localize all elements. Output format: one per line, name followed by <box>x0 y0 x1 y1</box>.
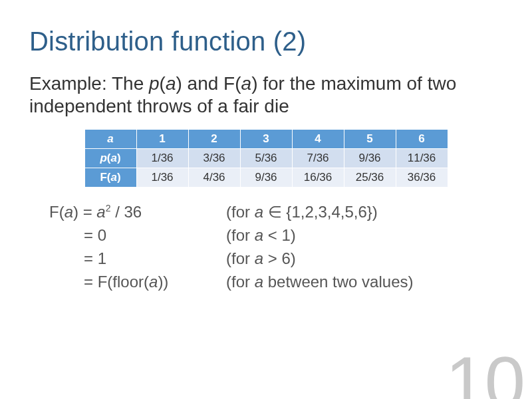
page-number: 10 <box>446 346 524 399</box>
row-label-a: a <box>110 152 116 164</box>
cell: 9/36 <box>344 149 396 168</box>
formula-line: = F(floor(a)) <box>84 271 202 294</box>
header-col: 5 <box>344 130 396 149</box>
formula-right-col: (for a ∈ {1,2,3,4,5,6}) (for a < 1) (for… <box>226 201 414 293</box>
formula-block: F(a) = a2 / 36 = 0 = 1 = F(floor(a)) (fo… <box>49 201 503 293</box>
formula-text: (for <box>226 249 255 267</box>
formula-text: (for <box>226 273 255 291</box>
row-label-close: ) <box>117 152 121 164</box>
formula-text: ) = <box>73 203 96 221</box>
formula-left-col: F(a) = a2 / 36 = 0 = 1 = F(floor(a)) <box>49 201 202 293</box>
cell: 9/36 <box>240 168 292 188</box>
cell: 16/36 <box>292 168 344 188</box>
cell: 36/36 <box>396 168 448 188</box>
cell: 7/36 <box>292 149 344 168</box>
formula-text: a <box>96 203 105 221</box>
cell: 5/36 <box>240 149 292 168</box>
row-label-close: ) <box>117 171 121 184</box>
formula-text: a <box>255 249 263 267</box>
subtitle-a2: a <box>241 73 252 94</box>
slide: Distribution function (2) Example: The p… <box>0 0 532 399</box>
cell: 11/36 <box>396 149 448 168</box>
subtitle-paren1: ( <box>160 73 166 94</box>
subtitle-p-it: p <box>149 73 160 94</box>
table-header-row: a 1 2 3 4 5 6 <box>84 130 448 149</box>
cell: 1/36 <box>136 149 188 168</box>
formula-text: (for <box>226 226 255 244</box>
formula-text: (for <box>226 203 255 221</box>
table-row: F(a) 1/36 4/36 9/36 16/36 25/36 36/36 <box>84 168 448 188</box>
formula-text: a <box>255 203 263 221</box>
formula-text: < 1) <box>263 226 296 244</box>
formula-text: between two values) <box>263 273 413 291</box>
header-col: 2 <box>188 130 240 149</box>
header-col: 6 <box>396 130 448 149</box>
formula-line: (for a > 6) <box>226 247 414 271</box>
cell: 4/36 <box>188 168 240 188</box>
row-label-pa: p(a) <box>84 149 136 168</box>
subtitle-paren2: ) and F( <box>176 73 241 94</box>
row-label-a: a <box>110 171 116 184</box>
formula-line: = 1 <box>84 247 202 271</box>
formula-line: = 0 <box>84 224 202 247</box>
formula-text: )) <box>158 273 168 291</box>
formula-text: a <box>65 203 73 221</box>
subtitle-a1: a <box>166 73 176 94</box>
slide-subtitle: Example: The p(a) and F(a) for the maxim… <box>29 72 503 117</box>
row-label-p: p <box>100 152 106 164</box>
formula-line: (for a < 1) <box>226 224 414 247</box>
header-col: 3 <box>240 130 292 149</box>
row-label-Fa: F(a) <box>84 168 136 188</box>
formula-text: F( <box>49 203 65 221</box>
cell: 1/36 <box>136 168 188 188</box>
formula-line: (for a ∈ {1,2,3,4,5,6}) <box>226 201 414 224</box>
cell: 25/36 <box>344 168 396 188</box>
formula-text: a <box>255 226 263 244</box>
formula-text: ∈ {1,2,3,4,5,6}) <box>263 203 378 221</box>
formula-text: = F(floor( <box>84 273 149 291</box>
formula-line: (for a between two values) <box>226 271 414 294</box>
formula-line: F(a) = a2 / 36 <box>49 201 202 224</box>
formula-text: > 6) <box>263 249 296 267</box>
row-label-F: F( <box>100 171 110 184</box>
formula-text: / 36 <box>111 203 142 221</box>
slide-title: Distribution function (2) <box>29 27 503 57</box>
table-row: p(a) 1/36 3/36 5/36 7/36 9/36 11/36 <box>84 149 448 168</box>
header-col: 1 <box>136 130 188 149</box>
header-col: 4 <box>292 130 344 149</box>
formula-text: a <box>255 273 263 291</box>
subtitle-text: Example: The <box>29 73 149 94</box>
distribution-table: a 1 2 3 4 5 6 p(a) 1/36 3/36 5/36 7/36 9… <box>84 129 448 188</box>
cell: 3/36 <box>188 149 240 168</box>
formula-text: a <box>149 273 158 291</box>
header-a: a <box>84 130 136 149</box>
formula-sup: 2 <box>106 203 111 213</box>
